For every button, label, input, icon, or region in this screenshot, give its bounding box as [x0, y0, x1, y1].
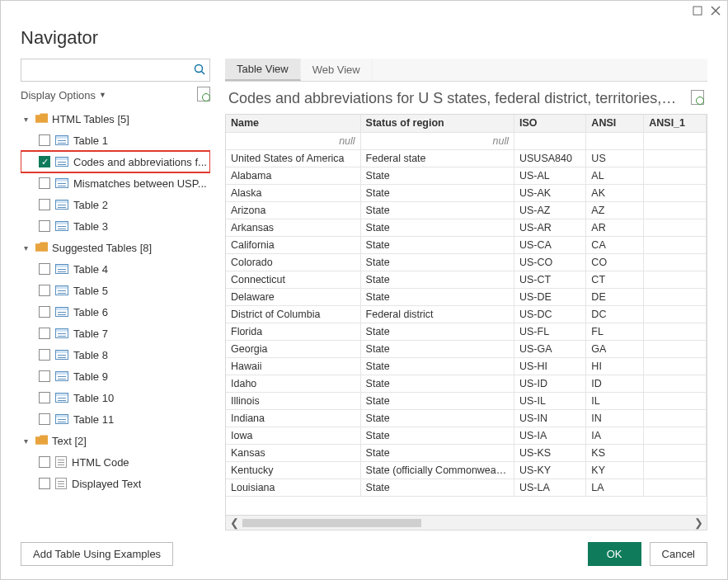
search-box[interactable]	[21, 59, 210, 82]
checkbox[interactable]	[39, 413, 50, 425]
tree-item[interactable]: Table 3	[21, 215, 210, 237]
checkbox[interactable]	[39, 220, 50, 232]
cell-ansi[interactable]: AZ	[586, 201, 644, 219]
cell-ansi1[interactable]	[644, 461, 707, 479]
cell-name[interactable]: United States of America	[226, 149, 360, 167]
cell-status[interactable]: State	[360, 427, 514, 444]
cell-iso[interactable]: US-AZ	[514, 201, 585, 219]
checkbox[interactable]	[39, 263, 50, 275]
table-header-row[interactable]: Name Status of region ISO ANSI ANSI_1	[226, 115, 707, 132]
cell-ansi[interactable]: KS	[586, 444, 644, 461]
filter-name[interactable]: null	[226, 132, 360, 149]
tree-item[interactable]: Mismatches between USP...	[21, 172, 210, 194]
cell-iso[interactable]: US-FL	[514, 323, 585, 340]
cell-iso[interactable]: US-IA	[514, 427, 585, 444]
cell-status[interactable]: State	[360, 479, 514, 496]
scroll-thumb[interactable]	[242, 519, 421, 527]
cell-name[interactable]: Colorado	[226, 253, 360, 271]
tree-item[interactable]: ✓Codes and abbreviations f...	[21, 151, 210, 172]
search-icon[interactable]	[190, 64, 209, 78]
cell-ansi1[interactable]	[644, 409, 707, 427]
cell-status[interactable]: State	[360, 392, 514, 409]
tree-item[interactable]: Table 9	[21, 365, 210, 387]
table-row[interactable]: ConnecticutStateUS-CTCT	[226, 271, 707, 288]
cell-name[interactable]: Indiana	[226, 409, 360, 427]
cell-ansi1[interactable]	[644, 479, 707, 496]
cell-name[interactable]: Hawaii	[226, 357, 360, 375]
cell-iso[interactable]: US-IN	[514, 409, 585, 427]
scroll-track[interactable]	[242, 519, 690, 527]
scroll-right-icon[interactable]: ❯	[690, 516, 707, 529]
checkbox[interactable]	[39, 134, 50, 146]
ok-button[interactable]: OK	[588, 542, 641, 566]
table-row[interactable]: IowaStateUS-IAIA	[226, 427, 707, 444]
table-filter-row[interactable]: null null	[226, 132, 707, 149]
cell-status[interactable]: State	[360, 444, 514, 461]
table-row[interactable]: AlaskaStateUS-AKAK	[226, 184, 707, 201]
cell-ansi1[interactable]	[644, 288, 707, 305]
cell-iso[interactable]: USUSA840	[514, 149, 585, 167]
cell-name[interactable]: District of Columbia	[226, 305, 360, 323]
cell-status[interactable]: State	[360, 375, 514, 392]
tree-item[interactable]: Table 4	[21, 258, 210, 280]
cell-status[interactable]: State	[360, 271, 514, 288]
cell-status[interactable]: State (officially Commonwealth)	[360, 461, 514, 479]
cell-status[interactable]: Federal state	[360, 149, 514, 167]
tree-group[interactable]: ▾Suggested Tables [8]	[21, 237, 210, 258]
cell-name[interactable]: Alabama	[226, 167, 360, 184]
close-icon[interactable]	[711, 6, 721, 18]
checkbox[interactable]	[39, 392, 50, 403]
tree-item[interactable]: Displayed Text	[21, 473, 210, 494]
table-row[interactable]: AlabamaStateUS-ALAL	[226, 167, 707, 184]
cell-status[interactable]: State	[360, 340, 514, 357]
cell-status[interactable]: State	[360, 253, 514, 271]
tree-item[interactable]: Table 5	[21, 280, 210, 301]
tree-item[interactable]: Table 7	[21, 323, 210, 344]
cell-ansi[interactable]: DC	[586, 305, 644, 323]
cell-name[interactable]: Illinois	[226, 392, 360, 409]
table-row[interactable]: IllinoisStateUS-ILIL	[226, 392, 707, 409]
cell-iso[interactable]: US-DE	[514, 288, 585, 305]
cell-iso[interactable]: US-DC	[514, 305, 585, 323]
horizontal-scrollbar[interactable]: ❮ ❯	[226, 515, 707, 530]
cell-ansi[interactable]: FL	[586, 323, 644, 340]
filter-iso[interactable]	[514, 132, 585, 149]
col-iso[interactable]: ISO	[514, 115, 585, 132]
table-row[interactable]: CaliforniaStateUS-CACA	[226, 236, 707, 253]
cell-name[interactable]: Kansas	[226, 444, 360, 461]
tree-item[interactable]: Table 11	[21, 408, 210, 430]
table-row[interactable]: ColoradoStateUS-COCO	[226, 253, 707, 271]
table-row[interactable]: IndianaStateUS-ININ	[226, 409, 707, 427]
cell-iso[interactable]: US-HI	[514, 357, 585, 375]
checkbox[interactable]	[39, 370, 50, 382]
cell-ansi1[interactable]	[644, 167, 707, 184]
table-row[interactable]: LouisianaStateUS-LALA	[226, 479, 707, 496]
cell-ansi[interactable]: AR	[586, 219, 644, 236]
cell-iso[interactable]: US-AK	[514, 184, 585, 201]
col-ansi1[interactable]: ANSI_1	[644, 115, 707, 132]
cell-ansi1[interactable]	[644, 323, 707, 340]
cell-ansi[interactable]: HI	[586, 357, 644, 375]
tree-group[interactable]: ▾HTML Tables [5]	[21, 108, 210, 130]
refresh-icon[interactable]	[197, 87, 210, 104]
cell-status[interactable]: State	[360, 323, 514, 340]
cell-ansi[interactable]: CT	[586, 271, 644, 288]
cell-name[interactable]: Alaska	[226, 184, 360, 201]
cell-iso[interactable]: US-KY	[514, 461, 585, 479]
cancel-button[interactable]: Cancel	[650, 542, 707, 566]
cell-ansi[interactable]: DE	[586, 288, 644, 305]
filter-ansi1[interactable]	[644, 132, 707, 149]
checkbox[interactable]	[39, 199, 50, 210]
cell-ansi[interactable]: IN	[586, 409, 644, 427]
checkbox[interactable]	[39, 456, 50, 468]
cell-iso[interactable]: US-GA	[514, 340, 585, 357]
cell-ansi[interactable]: AL	[586, 167, 644, 184]
cell-ansi[interactable]: GA	[586, 340, 644, 357]
checkbox[interactable]	[39, 177, 50, 189]
cell-status[interactable]: State	[360, 409, 514, 427]
cell-name[interactable]: Kentucky	[226, 461, 360, 479]
cell-ansi1[interactable]	[644, 201, 707, 219]
cell-iso[interactable]: US-CT	[514, 271, 585, 288]
tree-item[interactable]: HTML Code	[21, 451, 210, 473]
cell-name[interactable]: Georgia	[226, 340, 360, 357]
